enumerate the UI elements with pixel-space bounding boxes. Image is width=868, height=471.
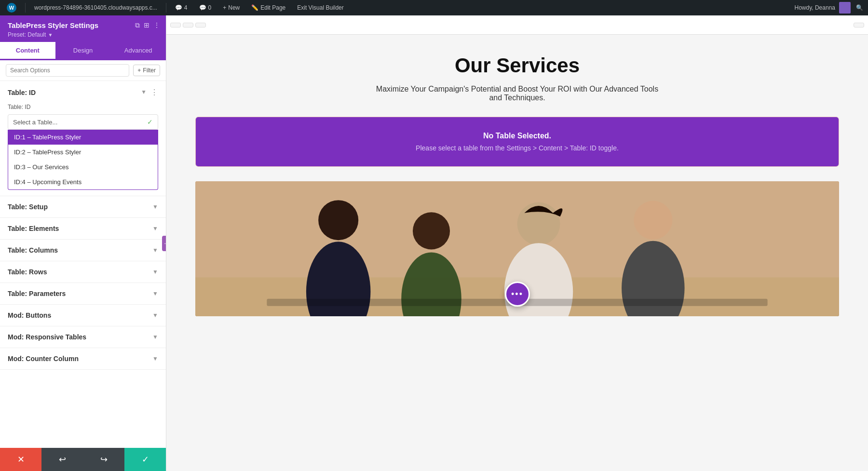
- admin-bar-wp[interactable]: W: [4, 0, 19, 15]
- section-table-parameters-header[interactable]: Table: Parameters ▼: [0, 283, 166, 305]
- services-heading: Our Services Maximize Your Campaign's Po…: [195, 54, 839, 102]
- section-table-elements-header[interactable]: Table: Elements ▼: [0, 218, 166, 240]
- section-mod-buttons: Mod: Buttons ▼: [0, 305, 166, 326]
- toolbar-btn-right[interactable]: [854, 23, 864, 27]
- section-table-setup-icons: ▼: [152, 203, 158, 210]
- toolbar-strip: [166, 15, 868, 35]
- resize-icon: ↔: [163, 241, 166, 246]
- no-table-title: No Table Selected.: [205, 132, 829, 140]
- close-button[interactable]: ✕: [0, 448, 41, 471]
- admin-bar-comments[interactable]: 💬 0: [196, 0, 215, 15]
- section-table-rows: Table: Rows ▼: [0, 261, 166, 283]
- search-icon[interactable]: 🔍: [854, 3, 864, 13]
- section-mod-responsive-icons: ▼: [152, 334, 158, 340]
- user-avatar[interactable]: [839, 2, 851, 13]
- section-table-id-icons: ▲ ⋮: [141, 88, 158, 97]
- dropdown-header[interactable]: Select a Table... ✓: [8, 114, 158, 130]
- more-options-icon[interactable]: ⋮: [153, 21, 160, 29]
- resize-handle[interactable]: ↔: [162, 236, 166, 251]
- section-mod-responsive: Mod: Responsive Tables ▼: [0, 326, 166, 348]
- admin-bar-exit-builder[interactable]: Exit Visual Builder: [294, 0, 347, 15]
- toolbar-btn-3[interactable]: [195, 23, 206, 27]
- sidebar-preset[interactable]: Preset: Default ▼: [8, 31, 158, 38]
- dropdown-option-1[interactable]: ID:1 – TablePress Styler: [8, 130, 158, 145]
- filter-label: Filter: [143, 67, 156, 74]
- search-input[interactable]: [6, 64, 129, 77]
- section-table-elements: Table: Elements ▼: [0, 218, 166, 240]
- dropdown-placeholder: Select a Table...: [13, 119, 57, 126]
- sidebar-header: TablePress Styler Settings Preset: Defau…: [0, 15, 166, 42]
- copy-icon[interactable]: ⧉: [135, 21, 140, 29]
- section-mod-buttons-icons: ▼: [152, 312, 158, 319]
- no-table-desc: Please select a table from the Settings …: [205, 144, 829, 152]
- redo-icon: ↪: [100, 454, 108, 465]
- section-table-setup-header[interactable]: Table: Setup ▼: [0, 196, 166, 218]
- sidebar-content: Table: ID ▲ ⋮ Table: ID Select a Table..…: [0, 81, 166, 448]
- columns-icon[interactable]: ⊞: [144, 21, 149, 29]
- wp-icon: W: [7, 3, 16, 13]
- section-mod-responsive-title: Mod: Responsive Tables: [8, 333, 86, 341]
- section-table-id-chevron: ▲: [141, 89, 147, 96]
- section-table-setup-title: Table: Setup: [8, 203, 48, 211]
- section-table-parameters-chevron: ▼: [152, 290, 158, 297]
- section-table-id-body: Table: ID Select a Table... ✓ ID:1 – Tab…: [0, 104, 166, 196]
- toolbar-btn-2[interactable]: [183, 23, 193, 27]
- dropdown-option-2[interactable]: ID:2 – TablePress Styler: [8, 145, 158, 160]
- tab-content[interactable]: Content: [0, 42, 55, 60]
- filter-plus-icon: +: [137, 67, 141, 74]
- section-table-rows-header[interactable]: Table: Rows ▼: [0, 261, 166, 283]
- tab-advanced[interactable]: Advanced: [110, 42, 166, 60]
- toolbar-btn-1[interactable]: [170, 23, 181, 27]
- dropdown-option-3[interactable]: ID:3 – Our Services: [8, 160, 158, 175]
- section-mod-buttons-title: Mod: Buttons: [8, 311, 51, 319]
- section-table-id-more[interactable]: ⋮: [150, 88, 158, 97]
- chat-dots-icon: •••: [511, 289, 523, 299]
- admin-bar-separator: [25, 3, 26, 13]
- section-mod-buttons-header[interactable]: Mod: Buttons ▼: [0, 305, 166, 326]
- page-canvas: Our Services Maximize Your Campaign's Po…: [166, 35, 868, 469]
- chat-fab[interactable]: •••: [505, 282, 530, 307]
- services-title: Our Services: [195, 54, 839, 77]
- section-table-id-header[interactable]: Table: ID ▲ ⋮: [0, 81, 166, 104]
- section-table-rows-chevron: ▼: [152, 269, 158, 275]
- save-icon: ✓: [142, 454, 149, 465]
- section-table-rows-icons: ▼: [152, 269, 158, 275]
- table-no-selected: No Table Selected. Please select a table…: [196, 117, 839, 166]
- section-table-columns-header[interactable]: Table: Columns ▼: [0, 240, 166, 261]
- section-table-id: Table: ID ▲ ⋮ Table: ID Select a Table..…: [0, 81, 166, 196]
- admin-bar-edit-page[interactable]: ✏️ Edit Page: [248, 0, 288, 15]
- admin-bar-right: Howdy, Deanna 🔍: [795, 2, 865, 13]
- filter-button[interactable]: + Filter: [133, 65, 160, 76]
- site-url-text: wordpress-784896-3610405.cloudwaysapps.c…: [34, 4, 157, 11]
- bubble-count: 4: [184, 4, 188, 11]
- edit-page-label: Edit Page: [260, 4, 285, 11]
- new-label: New: [228, 4, 240, 11]
- dropdown-option-4[interactable]: ID:4 – Upcoming Events: [8, 175, 158, 189]
- section-table-parameters: Table: Parameters ▼: [0, 283, 166, 305]
- admin-bar-bubble[interactable]: 💬 4: [172, 0, 190, 15]
- main-layout: TablePress Styler Settings Preset: Defau…: [0, 15, 868, 471]
- admin-bar-new[interactable]: + New: [220, 0, 243, 15]
- save-button[interactable]: ✓: [124, 448, 166, 471]
- chevron-down-icon: ▼: [48, 32, 53, 38]
- sidebar-tabs: Content Design Advanced: [0, 42, 166, 60]
- redo-button[interactable]: ↪: [83, 448, 124, 471]
- section-table-elements-title: Table: Elements: [8, 225, 59, 232]
- section-table-rows-title: Table: Rows: [8, 268, 47, 276]
- section-table-elements-icons: ▼: [152, 225, 158, 232]
- section-table-columns-chevron: ▼: [152, 247, 158, 254]
- undo-icon: ↩: [59, 454, 66, 465]
- bubble-icon: 💬: [175, 4, 182, 11]
- table-id-dropdown: Select a Table... ✓ ID:1 – TablePress St…: [8, 114, 158, 190]
- plus-icon: +: [223, 4, 226, 11]
- tab-design[interactable]: Design: [55, 42, 111, 60]
- section-mod-responsive-header[interactable]: Mod: Responsive Tables ▼: [0, 326, 166, 348]
- admin-bar-site-url[interactable]: wordpress-784896-3610405.cloudwaysapps.c…: [31, 0, 160, 15]
- dropdown-options-list: ID:1 – TablePress Styler ID:2 – TablePre…: [8, 130, 158, 190]
- section-table-parameters-icons: ▼: [152, 290, 158, 297]
- undo-button[interactable]: ↩: [41, 448, 83, 471]
- services-subtitle: Maximize Your Campaign's Potential and B…: [373, 85, 662, 102]
- section-table-id-title: Table: ID: [8, 89, 36, 96]
- section-mod-counter-header[interactable]: Mod: Counter Column ▼: [0, 348, 166, 370]
- sidebar-header-icons: ⧉ ⊞ ⋮: [135, 21, 160, 29]
